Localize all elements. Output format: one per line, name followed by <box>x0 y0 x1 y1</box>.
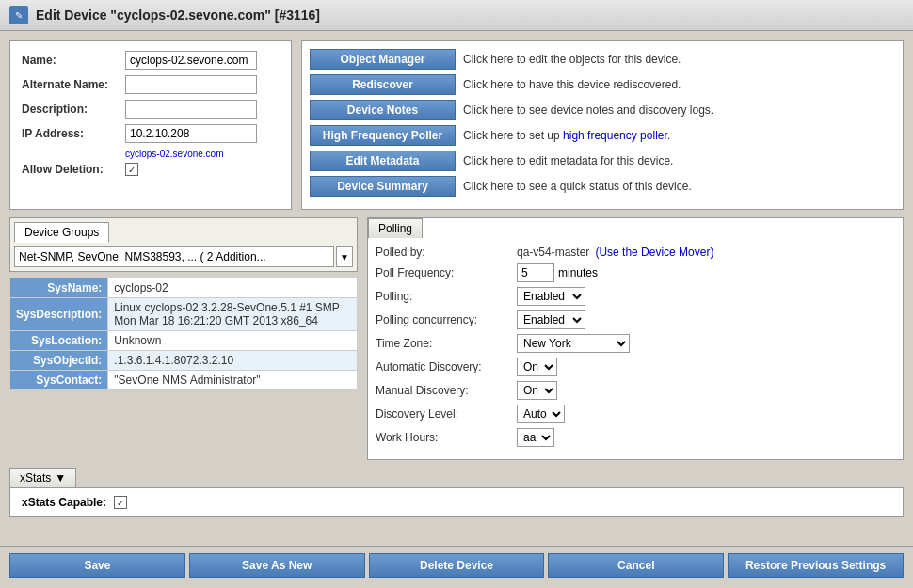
top-section: Name: Alternate Name: Description: IP Ad… <box>9 40 904 210</box>
object-manager-button[interactable]: Object Manager <box>310 49 456 70</box>
restore-button[interactable]: Restore Previous Settings <box>728 553 904 578</box>
polled-by-row: Polled by: qa-v54-master (Use the Device… <box>376 246 895 259</box>
polling-panel: Polling Polled by: qa-v54-master (Use th… <box>367 217 904 460</box>
title-bar: ✎ Edit Device "cyclops-02.sevone.com" [#… <box>0 0 913 31</box>
action-row-high-freq: High Frequency Poller Click here to set … <box>310 125 895 146</box>
device-groups-tab-header: Device Groups <box>14 222 353 243</box>
device-groups-panel: Device Groups ▼ <box>9 217 358 272</box>
bottom-section: Device Groups ▼ SysName: cyclops-02 SysD… <box>9 217 904 460</box>
edit-metadata-desc: Click here to edit metadata for this dev… <box>463 154 673 167</box>
polled-by-label: Polled by: <box>376 246 517 259</box>
timezone-label: Time Zone: <box>376 337 517 350</box>
syscontact-value: "SevOne NMS Administrator" <box>108 371 358 390</box>
description-row: Description: <box>22 100 280 119</box>
auto-discovery-row: Automatic Discovery: On Off <box>376 358 895 376</box>
xstats-tab-row: xStats ▼ <box>9 468 904 487</box>
sys-info-table: SysName: cyclops-02 SysDescription: Linu… <box>9 278 358 390</box>
polling-concurrency-row: Polling concurrency: Enabled Disabled <box>376 310 895 329</box>
polling-content: Polled by: qa-v54-master (Use the Device… <box>368 238 903 459</box>
action-row-edit-metadata: Edit Metadata Click here to edit metadat… <box>310 151 895 171</box>
device-mover-link[interactable]: (Use the Device Mover) <box>595 246 713 259</box>
altname-row: Alternate Name: <box>22 75 280 94</box>
groups-select-row: ▼ <box>14 246 353 267</box>
discovery-level-label: Discovery Level: <box>376 407 517 421</box>
high-frequency-poller-button[interactable]: High Frequency Poller <box>310 125 456 146</box>
device-summary-button[interactable]: Device Summary <box>310 176 456 197</box>
cancel-button[interactable]: Cancel <box>548 553 724 578</box>
polling-concurrency-select[interactable]: Enabled Disabled <box>517 310 585 329</box>
page-title: Edit Device "cyclops-02.sevone.com" [#31… <box>36 8 320 23</box>
action-row-device-summary: Device Summary Click here to see a quick… <box>310 176 895 197</box>
manual-discovery-label: Manual Discovery: <box>376 384 517 397</box>
poll-freq-label: Poll Frequency: <box>376 266 517 279</box>
poll-freq-row: Poll Frequency: minutes <box>376 263 895 282</box>
sysloc-label: SysLocation: <box>10 331 108 351</box>
footer-bar: Save Save As New Delete Device Cancel Re… <box>0 546 913 583</box>
ip-hint: cyclops-02.sevone.com <box>125 149 280 159</box>
sysdesc-label: SysDescription: <box>10 298 108 331</box>
table-row: SysObjectId: .1.3.6.1.4.1.8072.3.2.10 <box>10 351 358 371</box>
xstats-capable-checkbox[interactable]: ✓ <box>114 496 127 509</box>
rediscover-button[interactable]: Rediscover <box>310 74 456 95</box>
left-bottom: Device Groups ▼ SysName: cyclops-02 SysD… <box>9 217 358 460</box>
altname-label: Alternate Name: <box>22 78 125 91</box>
xstats-capable-label: xStats Capable: <box>22 496 106 509</box>
work-hours-row: Work Hours: aa <box>376 428 895 447</box>
groups-input[interactable] <box>14 246 334 267</box>
syscontact-label: SysContact: <box>10 371 108 390</box>
polling-concurrency-label: Polling concurrency: <box>376 313 517 326</box>
polling-tab[interactable]: Polling <box>368 218 423 238</box>
polling-tab-header: Polling <box>368 218 903 238</box>
sysobjid-value: .1.3.6.1.4.1.8072.3.2.10 <box>108 351 358 371</box>
manual-discovery-select[interactable]: On Off <box>517 381 557 400</box>
auto-discovery-select[interactable]: On Off <box>517 358 557 376</box>
xstats-section: xStats ▼ xStats Capable: ✓ <box>9 468 904 517</box>
timezone-row: Time Zone: New York <box>376 334 895 353</box>
save-button[interactable]: Save <box>9 553 185 578</box>
table-row: SysDescription: Linux cyclops-02 3.2.28-… <box>10 298 358 331</box>
table-row: SysLocation: Unknown <box>10 331 358 351</box>
device-groups-tab[interactable]: Device Groups <box>14 222 109 243</box>
poll-freq-unit: minutes <box>558 266 598 279</box>
allow-deletion-checkbox[interactable]: ✓ <box>125 163 138 176</box>
xstats-tab[interactable]: xStats ▼ <box>9 468 76 487</box>
delete-device-button[interactable]: Delete Device <box>369 553 545 578</box>
allow-deletion-label: Allow Deletion: <box>22 163 125 176</box>
right-bottom: Polling Polled by: qa-v54-master (Use th… <box>367 217 904 460</box>
ip-label: IP Address: <box>22 127 125 140</box>
device-notes-button[interactable]: Device Notes <box>310 100 456 120</box>
main-content: Name: Alternate Name: Description: IP Ad… <box>0 31 913 546</box>
discovery-level-select[interactable]: Auto <box>517 405 565 423</box>
auto-discovery-label: Automatic Discovery: <box>376 360 517 373</box>
edit-metadata-button[interactable]: Edit Metadata <box>310 151 456 171</box>
actions-panel: Object Manager Click here to edit the ob… <box>301 40 904 210</box>
sysobjid-label: SysObjectId: <box>10 351 108 371</box>
polling-enabled-select[interactable]: Enabled Disabled <box>517 287 585 306</box>
sysname-label: SysName: <box>10 278 108 298</box>
poll-freq-input[interactable] <box>517 263 554 282</box>
polled-by-value: qa-v54-master <box>517 246 589 259</box>
rediscover-desc: Click here to have this device rediscove… <box>463 78 681 91</box>
name-row: Name: <box>22 51 280 70</box>
action-row-device-notes: Device Notes Click here to see device no… <box>310 100 895 120</box>
groups-dropdown-button[interactable]: ▼ <box>336 246 353 267</box>
name-input[interactable] <box>125 51 257 70</box>
ip-input[interactable] <box>125 124 257 143</box>
save-as-new-button[interactable]: Save As New <box>189 553 365 578</box>
work-hours-select[interactable]: aa <box>517 428 554 447</box>
device-notes-desc: Click here to see device notes and disco… <box>463 103 713 117</box>
ip-row: IP Address: <box>22 124 280 143</box>
high-freq-desc: Click here to set up high frequency poll… <box>463 129 670 142</box>
polling-enabled-label: Polling: <box>376 290 517 303</box>
timezone-select[interactable]: New York <box>517 334 630 353</box>
table-row: SysContact: "SevOne NMS Administrator" <box>10 371 358 390</box>
xstats-dropdown-arrow: ▼ <box>55 471 66 485</box>
description-input[interactable] <box>125 100 257 119</box>
work-hours-label: Work Hours: <box>376 431 517 444</box>
sysname-value: cyclops-02 <box>108 278 358 298</box>
description-label: Description: <box>22 103 125 116</box>
discovery-level-row: Discovery Level: Auto <box>376 405 895 423</box>
altname-input[interactable] <box>125 75 257 94</box>
polling-enabled-row: Polling: Enabled Disabled <box>376 287 895 306</box>
form-panel: Name: Alternate Name: Description: IP Ad… <box>9 40 292 210</box>
